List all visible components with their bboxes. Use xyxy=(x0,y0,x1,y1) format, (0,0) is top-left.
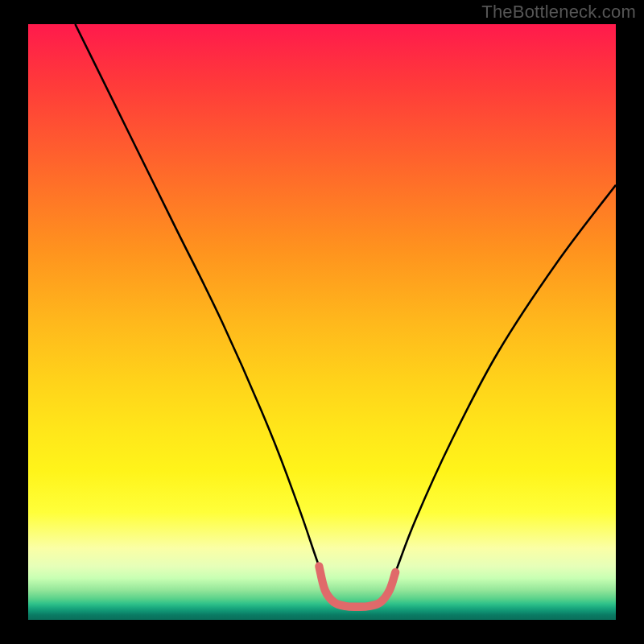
bottleneck-curve xyxy=(75,24,616,609)
watermark-text: TheBottleneck.com xyxy=(481,2,636,23)
curve-svg xyxy=(28,24,616,620)
plot-area xyxy=(28,24,616,620)
optimal-band-marker xyxy=(319,566,395,606)
chart-frame: TheBottleneck.com xyxy=(0,0,644,644)
